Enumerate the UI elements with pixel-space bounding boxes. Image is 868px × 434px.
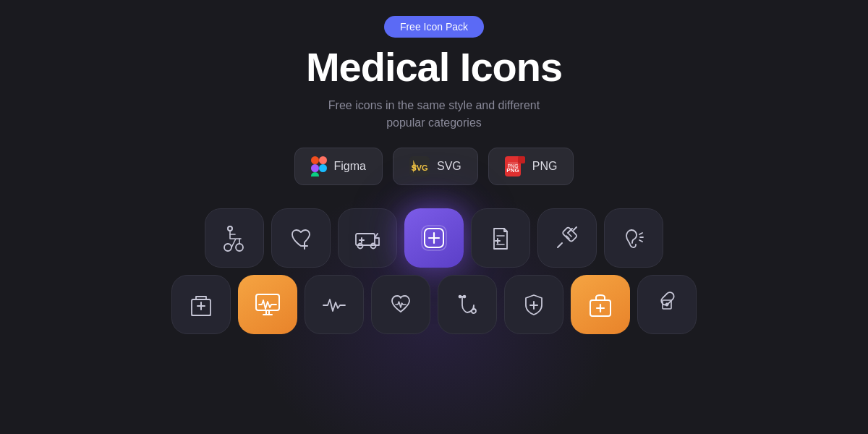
free-icon-pack-badge: Free Icon Pack xyxy=(384,16,484,38)
svg-point-19 xyxy=(358,243,363,248)
svg-rect-9 xyxy=(518,156,525,163)
svg-rect-0 xyxy=(311,156,319,164)
stethoscope-icon-card[interactable] xyxy=(438,275,497,334)
figma-button[interactable]: Figma xyxy=(294,148,383,185)
svg-line-37 xyxy=(639,233,642,234)
hospital-icon-card[interactable] xyxy=(171,275,231,334)
add-square-icon-card[interactable] xyxy=(404,208,464,268)
svg-line-34 xyxy=(558,243,562,247)
ecg-monitor-icon-card[interactable] xyxy=(238,275,297,334)
file-medical-icon-card[interactable] xyxy=(471,208,530,268)
svg-point-14 xyxy=(224,244,231,251)
svg-point-20 xyxy=(371,243,376,248)
png-icon: PNG PNG xyxy=(505,156,525,176)
svg-line-31 xyxy=(574,227,576,230)
header: Free Icon Pack Medical Icons Free icons … xyxy=(294,0,574,208)
icon-row-1 xyxy=(205,208,663,268)
syringe-icon-card[interactable] xyxy=(537,208,597,268)
medical-bag-icon-card[interactable] xyxy=(571,275,630,334)
svg-rect-2 xyxy=(311,164,319,172)
svg-line-36 xyxy=(569,234,571,237)
subtitle: Free icons in the same style and differe… xyxy=(328,97,540,132)
format-buttons: Figma SVG SVG PNG PNG xyxy=(294,148,574,185)
ambulance-icon-card[interactable] xyxy=(338,208,397,268)
heart-add-icon-card[interactable] xyxy=(271,208,331,268)
svg-point-13 xyxy=(228,226,232,231)
svg-rect-1 xyxy=(319,156,327,164)
svg-text:PNG: PNG xyxy=(507,163,518,169)
svg-rect-3 xyxy=(311,172,319,176)
svg-point-15 xyxy=(236,244,243,251)
ear-health-icon-card[interactable] xyxy=(604,208,663,268)
shield-health-icon-card[interactable] xyxy=(504,275,563,334)
svg-point-50 xyxy=(459,295,461,297)
figma-label: Figma xyxy=(334,160,366,173)
heartbeat-icon-card[interactable] xyxy=(371,275,430,334)
page-title: Medical Icons xyxy=(306,45,562,90)
svg-point-51 xyxy=(464,295,466,297)
png-label: PNG xyxy=(532,160,558,173)
bandaid-icon-card[interactable] xyxy=(637,275,697,334)
svg-line-39 xyxy=(639,240,642,242)
svg-label: SVG xyxy=(437,160,461,173)
wheelchair-icon-card[interactable] xyxy=(205,208,264,268)
pulse-icon-card[interactable] xyxy=(305,275,364,334)
png-button[interactable]: PNG PNG PNG xyxy=(488,148,574,185)
svg-button[interactable]: SVG SVG xyxy=(393,148,478,185)
figma-icon xyxy=(311,158,327,174)
icons-section xyxy=(0,208,868,334)
svg-icon: SVG xyxy=(409,156,430,176)
svg-point-4 xyxy=(319,164,327,172)
svg-point-49 xyxy=(472,309,476,313)
icon-row-2 xyxy=(171,275,697,334)
